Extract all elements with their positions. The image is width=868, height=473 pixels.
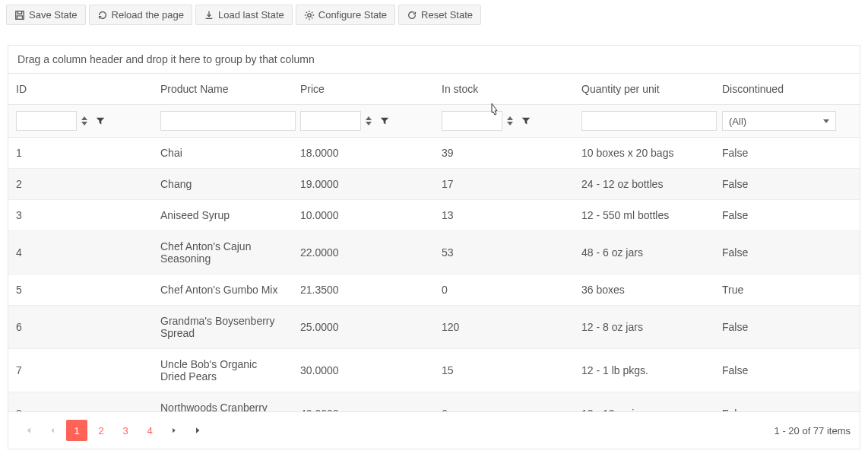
table-row[interactable]: 7Uncle Bob's Organic Dried Pears30.00001… <box>8 349 860 392</box>
cell-disc: False <box>714 200 844 230</box>
column-header-id[interactable]: ID <box>8 74 153 104</box>
column-header-in-stock[interactable]: In stock <box>434 74 574 104</box>
table-row[interactable]: 8Northwoods Cranberry Sauce40.0000612 - … <box>8 392 860 411</box>
table-row[interactable]: 1Chai18.00003910 boxes x 20 bagsFalse <box>8 138 860 169</box>
grid-body[interactable]: 1Chai18.00003910 boxes x 20 bagsFalse2Ch… <box>8 138 860 411</box>
chevron-down-icon <box>823 119 829 123</box>
cell-qpu: 24 - 12 oz bottles <box>574 169 714 199</box>
cell-stock: 13 <box>434 200 574 230</box>
select-value: (All) <box>729 116 746 127</box>
cell-stock: 15 <box>434 349 574 392</box>
filter-input-qpu[interactable] <box>581 111 717 131</box>
toolbar: Save State Reload the page Load last Sta… <box>0 0 868 30</box>
cell-id: 7 <box>8 349 153 392</box>
column-header-quantity-per-unit[interactable]: Quantity per unit <box>574 74 714 104</box>
filter-cell-price <box>293 105 434 137</box>
spin-down-icon[interactable] <box>81 122 87 125</box>
filter-input-name[interactable] <box>160 111 296 131</box>
table-row[interactable]: 3Aniseed Syrup10.00001312 - 550 ml bottl… <box>8 200 860 231</box>
filter-row: (All) <box>8 105 860 138</box>
spin-down-icon[interactable] <box>507 122 513 125</box>
button-label: Reload the page <box>112 9 184 21</box>
page-next-button[interactable] <box>163 420 185 441</box>
column-header-discontinued[interactable]: Discontinued <box>714 74 844 104</box>
numeric-spinner <box>507 116 516 125</box>
load-last-state-button[interactable]: Load last State <box>195 5 293 25</box>
page-first-button[interactable] <box>17 420 39 441</box>
table-row[interactable]: 5Chef Anton's Gumbo Mix21.3500036 boxesT… <box>8 275 860 306</box>
pager: 1234 1 - 20 of 77 items <box>8 411 860 449</box>
column-header-product-name[interactable]: Product Name <box>153 74 293 104</box>
numeric-spinner <box>366 116 375 125</box>
filter-icon[interactable] <box>379 116 390 126</box>
filter-cell-qpu <box>574 105 714 137</box>
cell-price: 25.0000 <box>293 306 434 348</box>
column-label: Discontinued <box>722 83 784 95</box>
filter-input-price[interactable] <box>300 111 361 131</box>
group-panel-text: Drag a column header and drop it here to… <box>17 53 315 65</box>
spin-up-icon[interactable] <box>81 116 87 120</box>
configure-state-button[interactable]: Configure State <box>296 5 395 25</box>
cell-disc: False <box>714 231 844 274</box>
reset-state-button[interactable]: Reset State <box>398 5 481 25</box>
cell-price: 10.0000 <box>293 200 434 230</box>
button-label: Reset State <box>421 9 473 21</box>
cell-name: Chef Anton's Gumbo Mix <box>153 275 293 305</box>
svg-point-1 <box>308 13 311 16</box>
filter-icon[interactable] <box>521 116 531 126</box>
data-grid: Drag a column header and drop it here to… <box>8 45 860 449</box>
cell-qpu: 10 boxes x 20 bags <box>574 138 714 168</box>
reset-icon <box>407 10 417 21</box>
cell-id: 8 <box>8 392 153 411</box>
cell-name: Grandma's Boysenberry Spread <box>153 306 293 348</box>
spin-up-icon[interactable] <box>366 116 372 120</box>
page-prev-button[interactable] <box>42 420 63 441</box>
table-row[interactable]: 4Chef Anton's Cajun Seasoning22.00005348… <box>8 231 860 275</box>
cell-stock: 6 <box>434 392 574 411</box>
filter-cell-id <box>8 105 153 137</box>
button-label: Load last State <box>218 9 284 21</box>
page-number-2[interactable]: 2 <box>90 420 112 441</box>
table-row[interactable]: 6Grandma's Boysenberry Spread25.00001201… <box>8 306 860 349</box>
spin-up-icon[interactable] <box>507 116 513 120</box>
column-label: Quantity per unit <box>581 83 660 95</box>
cell-disc: True <box>714 275 844 305</box>
cell-disc: False <box>714 306 844 348</box>
cell-disc: False <box>714 138 844 168</box>
filter-cell-name <box>153 105 293 137</box>
cell-name: Chang <box>153 169 293 199</box>
save-state-button[interactable]: Save State <box>6 5 86 25</box>
group-panel[interactable]: Drag a column header and drop it here to… <box>8 46 860 74</box>
filter-select-discontinued[interactable]: (All) <box>722 111 836 131</box>
page-number-1[interactable]: 1 <box>66 420 87 441</box>
filter-icon[interactable] <box>95 116 106 126</box>
column-label: ID <box>16 83 27 95</box>
reload-icon <box>97 10 108 21</box>
button-label: Save State <box>29 9 78 21</box>
cell-name: Chai <box>153 138 293 168</box>
cell-qpu: 12 - 1 lb pkgs. <box>574 349 714 392</box>
cell-stock: 39 <box>434 138 574 168</box>
cell-price: 22.0000 <box>293 231 434 274</box>
reload-page-button[interactable]: Reload the page <box>89 5 192 25</box>
cell-id: 4 <box>8 231 153 274</box>
cell-id: 6 <box>8 306 153 348</box>
pager-info: 1 - 20 of 77 items <box>775 425 851 436</box>
cell-qpu: 12 - 12 oz jars <box>574 392 714 411</box>
filter-input-stock[interactable] <box>442 111 502 131</box>
filter-input-id[interactable] <box>16 111 77 131</box>
column-header-price[interactable]: Price <box>293 74 434 104</box>
cell-disc: False <box>714 169 844 199</box>
page-number-4[interactable]: 4 <box>139 420 160 441</box>
cell-id: 1 <box>8 138 153 168</box>
cell-disc: False <box>714 392 844 411</box>
cell-price: 30.0000 <box>293 349 434 392</box>
page-last-button[interactable] <box>188 420 209 441</box>
cell-disc: False <box>714 349 844 392</box>
spin-down-icon[interactable] <box>366 122 372 125</box>
page-number-3[interactable]: 3 <box>115 420 136 441</box>
cell-name: Northwoods Cranberry Sauce <box>153 392 293 411</box>
column-header-row: ID Product Name Price In stock Quantity … <box>8 74 860 105</box>
table-row[interactable]: 2Chang19.00001724 - 12 oz bottlesFalse <box>8 169 860 200</box>
cell-stock: 17 <box>434 169 574 199</box>
